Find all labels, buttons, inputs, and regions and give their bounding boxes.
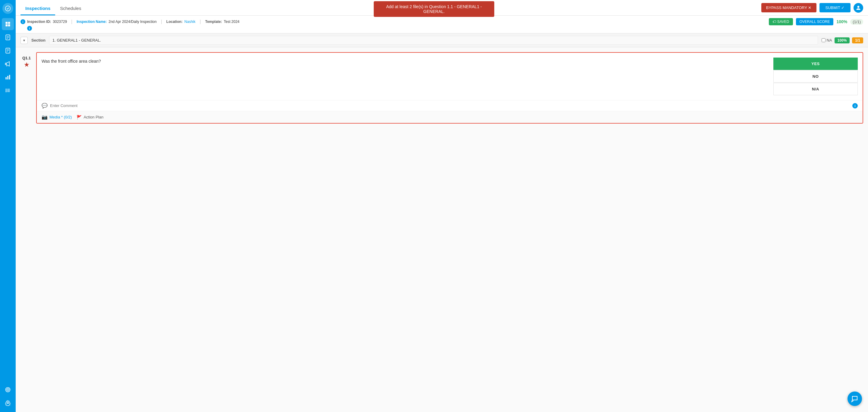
comment-input[interactable]	[50, 103, 850, 108]
section-score-badge: 100%	[835, 37, 850, 43]
svg-rect-4	[8, 24, 10, 27]
question-body: Was the front office area clean? YES NO …	[36, 52, 863, 124]
media-button[interactable]: 📷 Media * (0/2)	[41, 114, 72, 120]
sidebar	[0, 0, 16, 412]
svg-point-19	[6, 90, 7, 91]
notification-toast: Add at least 2 file(s) in Question 1.1 -…	[374, 1, 494, 17]
svg-rect-1	[6, 22, 8, 24]
chat-button[interactable]	[847, 391, 862, 406]
info-bar: i Inspection ID: 3023729 | Inspection Na…	[16, 16, 868, 33]
svg-rect-2	[8, 22, 10, 24]
question-info-icon[interactable]: i	[852, 103, 858, 108]
sidebar-item-megaphone[interactable]	[2, 58, 14, 70]
main-content: Inspections Schedules BYPASS MANDATORY ✕…	[16, 0, 868, 412]
sidebar-item-target[interactable]	[2, 384, 14, 396]
template-label: Template:	[205, 20, 222, 24]
section-na-label: NA	[827, 38, 832, 42]
notification-message: Add at least 2 file(s) in Question 1.1 -…	[386, 4, 482, 14]
submit-button[interactable]: SUBMIT ✓	[819, 3, 851, 12]
score-percent: 100%	[836, 19, 847, 24]
top-actions: BYPASS MANDATORY ✕ SUBMIT ✓ ✕	[761, 3, 863, 13]
svg-rect-3	[6, 24, 8, 27]
score-fraction: (1/1)	[850, 19, 863, 25]
svg-rect-14	[6, 77, 7, 80]
sidebar-item-document[interactable]	[2, 31, 14, 43]
template-value: Test 2024	[224, 20, 240, 24]
sidebar-item-list[interactable]	[2, 85, 14, 96]
location-value[interactable]: Nashik	[184, 20, 195, 24]
sidebar-logo[interactable]	[2, 3, 13, 14]
inspection-id-label: Inspection ID:	[27, 20, 51, 24]
svg-rect-9	[6, 48, 10, 53]
question-content: Was the front office area clean? YES NO …	[37, 53, 863, 100]
section-name: 1. GENERAL1 - GENERAL.	[49, 36, 818, 44]
sidebar-item-home[interactable]	[2, 18, 14, 30]
overall-score-button[interactable]: OVERALL SCORE	[796, 18, 834, 25]
svg-point-0	[5, 6, 10, 11]
bypass-mandatory-button[interactable]: BYPASS MANDATORY ✕	[761, 3, 816, 12]
sidebar-item-document2[interactable]	[2, 44, 14, 57]
section-toggle[interactable]: ▾	[21, 37, 28, 44]
location-label: Location:	[166, 20, 183, 24]
camera-icon: 📷	[41, 114, 48, 120]
comment-row: 💬 i	[37, 100, 863, 111]
questions-area: Q1.1 ★ Was the front office area clean? …	[16, 47, 868, 412]
tabs: Inspections Schedules	[21, 0, 86, 15]
saved-button[interactable]: 🏷 SAVED	[769, 18, 793, 25]
svg-rect-13	[5, 63, 6, 65]
answer-na-button[interactable]: N/A	[773, 83, 858, 95]
answer-no-button[interactable]: NO	[773, 70, 858, 83]
section-row: ▾ Section 1. GENERAL1 - GENERAL. NA 100%…	[16, 33, 868, 47]
inspection-name-label: Inspection Name:	[76, 20, 107, 24]
sidebar-item-chart[interactable]	[2, 71, 14, 83]
section-na-checkbox[interactable]	[822, 38, 826, 42]
section-fraction-badge: 1/1	[852, 37, 863, 43]
question-footer: 📷 Media * (0/2) 🚩 Action Plan	[37, 111, 863, 123]
flag-icon: 🚩	[76, 115, 82, 120]
comment-icon: 💬	[41, 103, 48, 108]
tab-inspections[interactable]: Inspections	[21, 0, 55, 15]
inspection-id-value: 3023729	[53, 20, 67, 24]
svg-point-25	[7, 389, 8, 390]
svg-rect-15	[7, 76, 8, 80]
svg-point-27	[858, 6, 860, 8]
svg-point-17	[6, 89, 7, 90]
info-icon-2[interactable]: i	[27, 26, 32, 31]
svg-point-26	[7, 402, 9, 404]
user-avatar[interactable]	[854, 3, 863, 13]
svg-point-21	[6, 91, 7, 92]
action-plan-button[interactable]: 🚩 Action Plan	[76, 115, 103, 120]
answer-buttons: YES NO N/A	[773, 58, 858, 95]
sidebar-item-settings[interactable]	[2, 397, 14, 409]
question-number: Q1.1 ★	[21, 52, 33, 124]
section-right: NA 100% 1/1	[822, 37, 863, 43]
section-label: Section	[31, 38, 45, 42]
answer-yes-button[interactable]: YES	[773, 58, 858, 70]
tab-schedules[interactable]: Schedules	[55, 0, 86, 15]
mandatory-star-icon: ★	[24, 62, 29, 68]
question-card: Q1.1 ★ Was the front office area clean? …	[21, 52, 863, 124]
question-text: Was the front office area clean?	[41, 58, 769, 95]
svg-rect-16	[9, 75, 10, 80]
info-icon-1[interactable]: i	[21, 19, 25, 24]
inspection-name-value: 2nd Apr 2024/Daily Inspection	[108, 20, 156, 24]
section-na: NA	[822, 38, 832, 42]
